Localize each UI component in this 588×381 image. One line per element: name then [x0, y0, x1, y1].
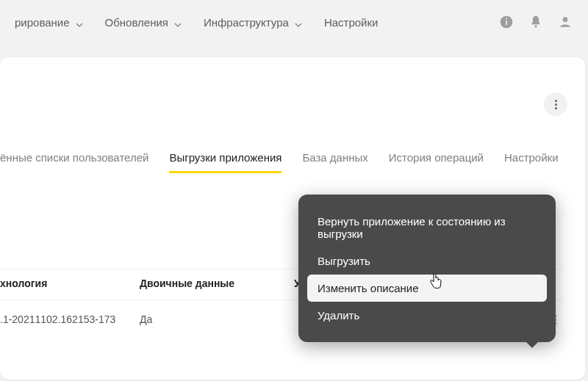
topbar: рирование Обновления Инфраструктура Наст…	[0, 0, 588, 44]
bell-icon[interactable]	[528, 14, 544, 30]
svg-point-3	[534, 25, 537, 27]
svg-point-4	[563, 17, 568, 22]
topnav-label: рирование	[15, 16, 70, 29]
more-vertical-icon	[555, 100, 557, 109]
card-more-button[interactable]	[544, 92, 567, 116]
chevron-down-icon	[174, 18, 182, 26]
topnav-item-updates[interactable]: Обновления	[105, 16, 182, 29]
th-technology: хнология	[0, 277, 140, 289]
tab-user-lists[interactable]: ённые списки пользователей	[0, 151, 148, 173]
info-icon[interactable]	[498, 14, 514, 30]
svg-point-2	[506, 18, 507, 20]
topnav-label: Настройки	[324, 16, 379, 29]
menu-item-delete[interactable]: Удалить	[307, 302, 547, 329]
cell-binary-data: Да	[140, 313, 294, 325]
topnav-label: Обновления	[105, 16, 168, 29]
context-menu: Вернуть приложение к состоянию из выгруз…	[298, 195, 556, 342]
tab-database[interactable]: База данных	[302, 151, 368, 173]
svg-rect-1	[506, 21, 507, 25]
topnav: рирование Обновления Инфраструктура Наст…	[15, 16, 378, 29]
topnav-item-admin[interactable]: рирование	[15, 16, 83, 29]
cell-technology: .1-20211102.162153-173	[0, 313, 140, 325]
cursor-pointer-icon	[429, 272, 444, 289]
menu-item-export[interactable]: Выгрузить	[307, 247, 547, 275]
tab-settings[interactable]: Настройки	[504, 151, 559, 173]
menu-item-edit-description[interactable]: Изменить описание	[307, 275, 547, 302]
topbar-icons	[498, 14, 573, 30]
topnav-item-infrastructure[interactable]: Инфраструктура	[204, 16, 302, 29]
chevron-down-icon	[295, 18, 302, 26]
menu-item-restore[interactable]: Вернуть приложение к состоянию из выгруз…	[307, 208, 547, 247]
tab-app-exports[interactable]: Выгрузки приложения	[169, 151, 282, 173]
row-more-button[interactable]	[555, 315, 563, 324]
tab-history[interactable]: История операций	[389, 151, 484, 173]
tabs: ённые списки пользователей Выгрузки прил…	[0, 151, 563, 173]
user-icon[interactable]	[557, 14, 573, 30]
th-binary-data: Двоичные данные	[140, 277, 294, 289]
topnav-item-settings[interactable]: Настройки	[324, 16, 379, 29]
chevron-down-icon	[76, 18, 83, 26]
topnav-label: Инфраструктура	[204, 16, 289, 29]
